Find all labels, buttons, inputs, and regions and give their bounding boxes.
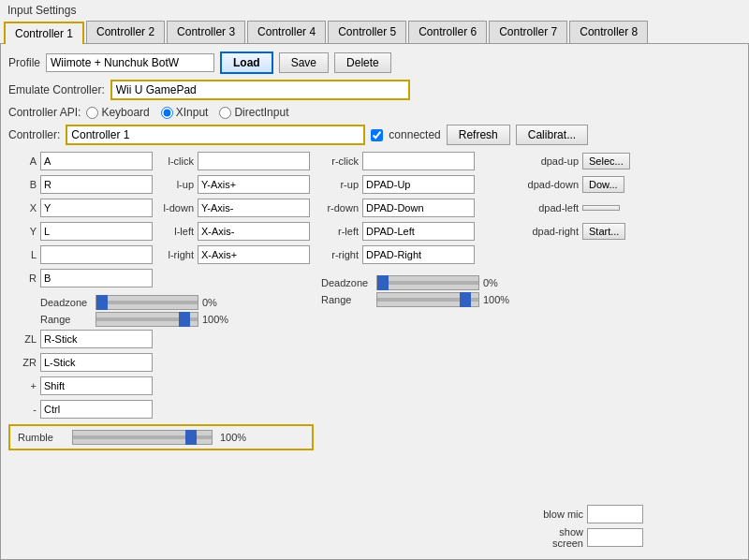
axis-label-rclick: r-click — [321, 155, 359, 167]
axis-label-ldown: l-down — [156, 202, 194, 214]
connected-checkbox[interactable] — [371, 129, 383, 141]
api-row: Controller API: Keyboard XInput DirectIn… — [8, 106, 741, 119]
tab-controller8[interactable]: Controller 8 — [569, 21, 648, 43]
key-input-b[interactable] — [40, 175, 153, 194]
keyboard-radio-item: Keyboard — [86, 106, 149, 119]
title-bar: Input Settings — [0, 0, 749, 21]
tab-controller3[interactable]: Controller 3 — [167, 21, 245, 43]
key-input-y[interactable] — [40, 222, 153, 241]
dpad-up-button[interactable]: Selec... — [582, 153, 630, 169]
axis-input-lleft[interactable] — [198, 222, 310, 241]
show-screen-row: show screen — [527, 526, 643, 549]
key-input-zr[interactable] — [40, 353, 153, 372]
axis-input-lclick[interactable] — [198, 152, 310, 170]
key-input-x[interactable] — [40, 199, 153, 217]
range-right-thumb[interactable] — [460, 292, 471, 307]
profile-label: Profile — [8, 56, 40, 69]
tab-controller7[interactable]: Controller 7 — [489, 21, 567, 43]
emulate-label: Emulate Controller: — [8, 83, 105, 96]
xinput-radio[interactable] — [161, 107, 173, 119]
key-input-l[interactable] — [40, 245, 153, 264]
key-input-plus[interactable] — [40, 376, 153, 395]
map-row-minus: - — [8, 399, 314, 420]
axis-input-rleft[interactable] — [362, 222, 475, 241]
keyboard-radio[interactable] — [86, 107, 98, 119]
dpad-up-label: dpad-up — [527, 155, 579, 167]
key-input-minus[interactable] — [40, 400, 153, 419]
directinput-radio[interactable] — [219, 107, 231, 119]
dpad-right-row: dpad-right Start... — [527, 221, 643, 242]
rumble-thumb[interactable] — [185, 430, 197, 445]
controller-row: Controller: Controller 1 connected Refre… — [8, 125, 741, 145]
btn-label-l: L — [8, 249, 37, 260]
dpad-down-button[interactable]: Dow... — [582, 176, 624, 193]
save-button[interactable]: Save — [279, 52, 329, 73]
deadzone-right-slider[interactable] — [376, 275, 479, 290]
load-button[interactable]: Load — [220, 52, 273, 74]
blow-mic-label: blow mic — [527, 508, 583, 520]
deadzone-left-thumb[interactable] — [96, 295, 108, 310]
axis-label-lup: l-up — [156, 179, 194, 190]
connected-label: connected — [389, 128, 440, 141]
axis-input-lup[interactable] — [198, 175, 310, 194]
emulate-select[interactable]: Wii U GamePad — [110, 80, 410, 100]
map-row-y: Y l-left — [8, 221, 314, 242]
map-row-plus: + — [8, 376, 314, 396]
key-input-zl[interactable] — [40, 330, 153, 348]
range-left-slider[interactable] — [95, 312, 198, 327]
axis-input-ldown[interactable] — [198, 199, 310, 217]
dpad-left-button[interactable] — [582, 205, 620, 211]
axis-label-rup: r-up — [321, 179, 359, 190]
rumble-section: Rumble 100% — [8, 424, 314, 450]
window-title: Input Settings — [7, 4, 76, 17]
tab-controller5[interactable]: Controller 5 — [328, 21, 406, 43]
tab-controller4[interactable]: Controller 4 — [247, 21, 326, 43]
directinput-radio-item: DirectInput — [219, 106, 288, 119]
deadzone-right-thumb[interactable] — [377, 275, 389, 290]
map-row-a: A l-click — [8, 151, 314, 171]
profile-select[interactable]: Wiimote + Nunchuk BotW — [46, 53, 214, 72]
controller-select[interactable]: Controller 1 — [66, 125, 365, 145]
map-row-l: L l-right — [8, 244, 314, 265]
dpad-left-row: dpad-left — [527, 198, 643, 218]
axis-input-rdown[interactable] — [362, 199, 475, 217]
tab-controller6[interactable]: Controller 6 — [408, 21, 487, 43]
range-right-slider[interactable] — [376, 292, 479, 307]
right-axis-col: r-click r-up r-down r-left — [321, 151, 516, 552]
deadzone-left-pct: 0% — [202, 297, 235, 308]
controller-tabs: Controller 1 Controller 2 Controller 3 C… — [0, 21, 749, 44]
blow-mic-input[interactable] — [587, 505, 643, 523]
map-row-zr: ZR — [8, 352, 314, 373]
map-row-rleft: r-left — [321, 221, 516, 242]
dpad-down-label: dpad-down — [527, 179, 579, 190]
dpad-right-button[interactable]: Start... — [582, 223, 625, 240]
tab-controller1[interactable]: Controller 1 — [4, 22, 84, 44]
axis-input-lright[interactable] — [198, 245, 310, 264]
key-input-r[interactable] — [40, 269, 153, 287]
map-row-r: R — [8, 268, 314, 288]
delete-button[interactable]: Delete — [334, 52, 391, 73]
dpad-right-label: dpad-right — [527, 226, 579, 237]
rumble-pct: 100% — [220, 432, 253, 443]
tab-controller2[interactable]: Controller 2 — [86, 21, 165, 43]
refresh-button[interactable]: Refresh — [447, 125, 510, 145]
calibrate-button[interactable]: Calibrat... — [516, 125, 588, 145]
deadzone-right-pct: 0% — [483, 277, 516, 288]
deadzone-left-slider[interactable] — [95, 295, 198, 310]
key-input-a[interactable] — [40, 152, 153, 170]
input-settings-window: Input Settings Controller 1 Controller 2… — [0, 0, 749, 560]
range-left-thumb[interactable] — [179, 312, 190, 327]
axis-input-rright[interactable] — [362, 245, 475, 264]
rumble-slider[interactable] — [72, 430, 213, 445]
keyboard-label: Keyboard — [101, 106, 149, 119]
axis-input-rup[interactable] — [362, 175, 475, 194]
map-row-x: X l-down — [8, 198, 314, 218]
btn-label-plus: + — [8, 380, 37, 391]
axis-input-rclick[interactable] — [362, 152, 475, 170]
range-right-row: Range 100% — [321, 292, 516, 307]
axis-label-lleft: l-left — [156, 226, 194, 237]
directinput-label: DirectInput — [234, 106, 288, 119]
map-row-rclick: r-click — [321, 151, 516, 171]
api-label: Controller API: — [8, 106, 81, 119]
show-screen-input[interactable] — [587, 528, 643, 547]
